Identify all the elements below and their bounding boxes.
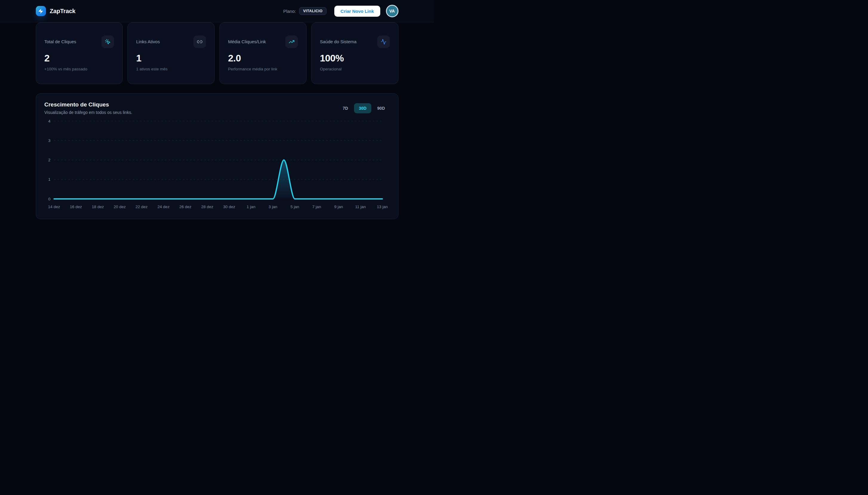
stat-title: Saúde do Sistema	[320, 39, 357, 44]
stat-card-saude-sistema: Saúde do Sistema 100% Operacional	[311, 22, 398, 84]
stat-subtitle: Operacional	[320, 67, 390, 71]
stat-card-total-cliques: Total de Cliques 2 +100% vs mês passado	[36, 22, 123, 84]
app-header: ZapTrack Plano: VITALICIO Criar Novo Lin…	[0, 0, 434, 22]
plan-badge: VITALICIO	[299, 7, 326, 15]
avatar[interactable]: VA	[386, 5, 398, 17]
stat-title: Links Ativos	[136, 39, 160, 44]
x-axis-tick: 16 dez	[70, 205, 82, 209]
stat-value: 100%	[320, 53, 390, 64]
x-axis-tick: 5 jan	[291, 205, 299, 209]
x-axis-tick: 9 jan	[334, 205, 343, 209]
header-actions: Plano: VITALICIO Criar Novo Link VA	[283, 5, 398, 17]
brand-name: ZapTrack	[50, 8, 76, 15]
x-axis-tick: 7 jan	[312, 205, 321, 209]
x-axis-tick: 1 jan	[247, 205, 255, 209]
dashboard-page: ZapTrack Plano: VITALICIO Criar Novo Lin…	[0, 0, 434, 219]
x-axis-tick: 22 dez	[135, 205, 148, 209]
stats-grid: Total de Cliques 2 +100% vs mês passado …	[36, 22, 398, 84]
activity-icon	[377, 35, 390, 48]
y-axis-tick: 3	[48, 138, 50, 143]
x-axis-tick: 30 dez	[223, 205, 235, 209]
plan-group: Plano: VITALICIO	[283, 7, 327, 15]
stat-card-links-ativos: Links Ativos 1 1 ativos este mês	[128, 22, 215, 84]
stat-title: Média Cliques/Link	[228, 39, 266, 44]
stat-card-media-cliques: Média Cliques/Link 2.0 Performance média…	[219, 22, 307, 84]
stat-subtitle: +100% vs mês passado	[45, 67, 114, 71]
stat-subtitle: 1 ativos este mês	[136, 67, 206, 71]
stat-title: Total de Cliques	[45, 39, 77, 44]
chart-header: Crescimento de Cliques Visualização de t…	[45, 101, 390, 115]
x-axis-tick: 18 dez	[92, 205, 104, 209]
zaptrack-logo	[36, 6, 46, 16]
main-content: Total de Cliques 2 +100% vs mês passado …	[36, 22, 398, 219]
stat-subtitle: Performance média por link	[228, 67, 298, 71]
y-axis-tick: 1	[48, 177, 50, 182]
y-axis-tick: 0	[48, 197, 50, 201]
x-axis-tick: 3 jan	[268, 205, 277, 209]
range-toggle: 7D 30D 90D	[338, 103, 390, 113]
x-axis-tick: 24 dez	[157, 205, 169, 209]
create-new-link-button[interactable]: Criar Novo Link	[334, 6, 380, 17]
range-button-90d[interactable]: 90D	[373, 103, 390, 113]
range-button-30d[interactable]: 30D	[354, 103, 371, 113]
mouse-pointer-click-icon	[101, 35, 114, 48]
x-axis-tick: 26 dez	[179, 205, 191, 209]
range-button-7d[interactable]: 7D	[338, 103, 353, 113]
link-icon	[193, 35, 206, 48]
chart-subtitle: Visualização de tráfego em todos os seus…	[45, 110, 132, 115]
brand: ZapTrack	[36, 6, 76, 16]
stat-value: 1	[136, 53, 206, 64]
y-axis-tick: 4	[48, 119, 50, 123]
area-fill	[54, 160, 382, 199]
x-axis-tick: 11 jan	[355, 205, 366, 209]
chart-card: Crescimento de Cliques Visualização de t…	[36, 93, 398, 219]
clicks-line	[54, 160, 382, 199]
x-axis-tick: 14 dez	[48, 205, 60, 209]
y-axis-tick: 2	[48, 158, 50, 162]
stat-value: 2.0	[228, 53, 298, 64]
trending-up-icon	[285, 35, 298, 48]
plan-label: Plano:	[283, 8, 296, 14]
stat-value: 2	[45, 53, 114, 64]
chart-title: Crescimento de Cliques	[45, 101, 132, 108]
x-axis-tick: 20 dez	[113, 205, 126, 209]
zap-icon	[38, 8, 44, 14]
growth-chart: 0123414 dez16 dez18 dez20 dez22 dez24 de…	[45, 119, 390, 211]
x-axis-tick: 28 dez	[201, 205, 213, 209]
x-axis-tick: 13 jan	[377, 205, 388, 209]
